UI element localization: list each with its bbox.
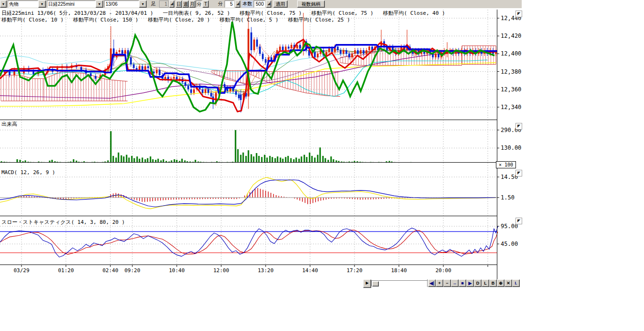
time-axis-label: 10:40 [169, 267, 184, 274]
axis-tick-label: 1.50 [501, 194, 515, 201]
time-axis-label: 02:40 [102, 267, 118, 274]
time-axis-label: 18:40 [391, 267, 407, 274]
zoom-out-button[interactable]: − [443, 279, 451, 287]
stoch-d-line [0, 230, 498, 254]
chart-type-button[interactable]: I. [512, 279, 520, 287]
axis-tick-label: 12,380 [501, 68, 521, 75]
axis-tick-label: 12,360 [501, 86, 521, 93]
time-axis-label: 17:20 [346, 267, 362, 274]
cloud-bottom [248, 73, 340, 96]
b-button[interactable]: B [489, 279, 497, 287]
d-button[interactable]: D [474, 279, 482, 287]
axis-tick-label: 12,400 [501, 50, 521, 57]
scroll-right-icon[interactable]: ▶ [363, 279, 371, 288]
scrollbar-track-disabled[interactable] [0, 279, 362, 287]
stoch-panel-collapse-icon[interactable]: ◤ [515, 218, 522, 224]
right-axis-labels: 12,44012,42012,40012,38012,36012,340290.… [497, 15, 521, 247]
macd-signal-line [0, 177, 496, 209]
chart-application-window: ▼ 先物 ▼ 日経225mini ▼ 13/06 ▼ 足 1 ◢ 日週月分T 分… [0, 0, 644, 331]
scrollbar-track[interactable] [371, 280, 428, 287]
bottom-toolbar: ▶ ◀|+−↔■▶DLB⊕✕I. [0, 279, 522, 287]
volume-panel-collapse-icon[interactable]: ◤ [515, 123, 522, 130]
axis-tick-label: 12,420 [501, 33, 521, 39]
l-button[interactable]: L [482, 279, 489, 287]
zoom-in-button[interactable]: + [436, 279, 443, 287]
chart-tool-buttons: ◀|+−↔■▶DLB⊕✕I. [428, 279, 520, 287]
axis-tick-label: 130.00 [501, 144, 521, 151]
time-axis-label: 20:00 [435, 267, 451, 274]
volume-multiplier-badge: × 100 [496, 161, 516, 168]
time-axis-label: 03/29 [13, 267, 29, 274]
time-axis-label: 12:00 [213, 267, 229, 274]
legend-row-2: 移動平均( Close, 10 ) 移動平均( Close, 150 ) 移動平… [1, 17, 350, 23]
play-button[interactable]: ▶ [466, 279, 474, 287]
fit-width-button[interactable]: ↔ [451, 279, 459, 287]
stoch-panel-label: スロー・ストキャスティクス( 14, 3, 80, 20 ) [1, 219, 125, 226]
scroll-start-button[interactable]: ◀| [428, 279, 436, 287]
volume-panel-label: 出来高 [1, 121, 17, 128]
price-panel-collapse-icon[interactable]: ◤ [515, 11, 522, 17]
stop-button[interactable]: ■ [459, 279, 466, 287]
toolbar-divider [427, 279, 428, 287]
legend-row-1: 日経225mini 13/06( 5分, 2013/03/28 - 2013/0… [1, 10, 445, 16]
time-axis-label: 09:20 [124, 267, 140, 274]
axis-tick-label: 45.00 [501, 241, 518, 247]
macd-panel-collapse-icon[interactable]: ◤ [515, 170, 522, 177]
delete-button[interactable]: ✕ [504, 279, 512, 287]
axis-tick-label: 12,340 [501, 104, 521, 110]
volume-bars [1, 130, 414, 163]
time-axis-label: 14:40 [302, 267, 318, 274]
zoom-area-button[interactable]: ⊕ [497, 279, 504, 287]
time-axis-label: 13:20 [258, 267, 273, 274]
macd-panel-label: MACD( 12, 26, 9 ) [1, 169, 55, 176]
scrollbar-thumb[interactable] [372, 281, 379, 287]
time-axis-label: 01:20 [58, 267, 74, 274]
